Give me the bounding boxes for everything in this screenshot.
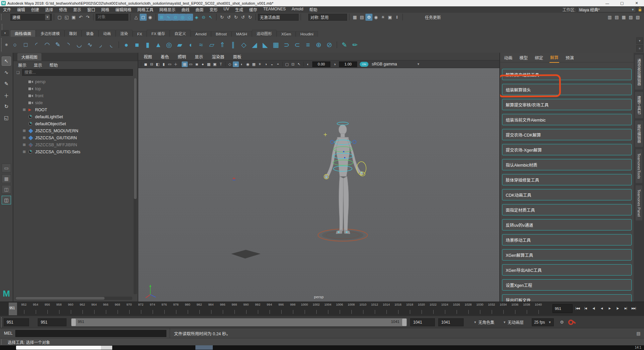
outliner-filter-icon[interactable]: ❏ — [15, 69, 21, 76]
expand-icon[interactable]: ⊞ — [23, 129, 28, 133]
snap-to-point-icon[interactable]: ⊙ — [172, 14, 179, 21]
nurbs-cylinder-icon[interactable]: ▮ — [143, 39, 153, 50]
menu-item[interactable]: 生成 — [232, 7, 246, 12]
close-button[interactable]: ✕ — [629, 0, 644, 6]
panel-side-tab[interactable]: 属性编辑器 — [635, 121, 643, 147]
expand-icon[interactable]: ⊞ — [23, 108, 28, 112]
open-scene-icon[interactable]: ◱ — [63, 14, 70, 21]
boundary-icon[interactable]: ◇ — [239, 39, 249, 50]
step-back-key-button[interactable]: |◀ — [582, 304, 589, 312]
loft-icon[interactable]: ≈ — [196, 39, 206, 50]
menu-item[interactable]: 选择 — [42, 7, 56, 12]
drag-grip[interactable] — [1, 339, 2, 345]
wireframe-icon[interactable]: ◇ — [227, 61, 233, 67]
exposure-icon[interactable]: ◐ — [305, 61, 311, 67]
toggle-outliner-icon[interactable]: ▨ — [627, 14, 634, 21]
select-component-icon[interactable]: ◉ — [147, 14, 154, 21]
shelf-tab[interactable]: Houdini — [296, 31, 318, 37]
outliner-item[interactable]: front — [13, 92, 133, 99]
tool-button[interactable]: 肢体穿插修复工具 — [502, 174, 632, 185]
outliner-persp-layout[interactable]: ◫ — [2, 196, 11, 204]
snap-to-projected-center-icon[interactable]: ◎ — [179, 14, 186, 21]
planar-icon[interactable]: ▱ — [207, 39, 217, 50]
gate-mask-icon[interactable]: ● — [200, 61, 206, 67]
list-history-icon[interactable]: ↻ — [247, 14, 254, 21]
render-current-frame-icon[interactable]: ▦ — [351, 14, 358, 21]
highlight-selection-icon[interactable]: ↖ — [207, 14, 214, 21]
two-pane-layout[interactable]: ◫ — [2, 185, 11, 194]
extrude-icon[interactable]: ⇑ — [217, 39, 227, 50]
select-hierarchy-icon[interactable]: △ — [133, 14, 140, 21]
attach-surfaces-icon[interactable]: ⊃ — [282, 39, 292, 50]
paint-effects-icon[interactable]: ✏ — [350, 39, 360, 50]
shelf-tab[interactable]: 运动图形 — [252, 30, 277, 37]
active-surface-field[interactable]: 无激活曲面 — [258, 14, 299, 21]
camera-icon[interactable]: ◼ — [143, 61, 149, 67]
character-set-dropdown[interactable]: ▼ 无角色集 — [474, 319, 494, 325]
bookmark-icon[interactable]: ▮ — [161, 61, 167, 67]
safe-action-icon[interactable]: ▣ — [212, 61, 218, 67]
menu-item[interactable]: 窗口 — [84, 7, 98, 12]
bezier-curve-tool-icon[interactable]: ∿ — [85, 39, 95, 50]
animation-preferences-icon[interactable]: ⚙ — [558, 319, 566, 326]
shelf-tab[interactable]: MASH — [231, 31, 252, 37]
outliner-item[interactable]: ⊞JSZCCSB_MFFJIBRN — [13, 141, 133, 148]
2d-pan-zoom-icon[interactable]: ＋ — [173, 61, 179, 67]
step-forward-frame-button[interactable]: |▶ — [614, 304, 621, 312]
lock-selection-icon[interactable]: ⊝ — [200, 14, 207, 21]
outliner-menu-item[interactable]: 帮助 — [49, 62, 58, 68]
outliner-tab[interactable]: 大纲视图 — [17, 53, 41, 61]
shelf-tab[interactable]: 渲染 — [116, 30, 133, 37]
undo-icon[interactable]: ↶ — [77, 14, 84, 21]
menu-item[interactable]: 修改 — [56, 7, 70, 12]
menu-item[interactable]: 曲线 — [178, 7, 192, 12]
select-object-icon[interactable]: ◻ — [140, 14, 147, 21]
shelf-tab[interactable]: 自定义 — [170, 30, 191, 37]
outliner-search-input[interactable] — [22, 69, 133, 76]
toggle-tool-settings-icon[interactable]: ▦ — [620, 14, 627, 21]
menu-item[interactable]: 网格工具 — [134, 7, 156, 12]
step-forward-key-button[interactable]: ▶| — [622, 304, 629, 312]
render-settings-icon[interactable]: ⚙ — [365, 14, 372, 21]
menu-item[interactable]: 网格 — [98, 7, 112, 12]
menu-item[interactable]: 缓存 — [246, 7, 260, 12]
interactive-render-icon[interactable]: ▣ — [386, 14, 393, 21]
task-update-button[interactable]: 任务更新 — [425, 14, 441, 20]
paint-select-tool[interactable]: ✎ — [2, 79, 11, 89]
menu-item[interactable]: Arnold — [289, 7, 306, 12]
shaded-icon[interactable]: ◈ — [233, 61, 239, 67]
shelf-tab[interactable]: FX — [133, 31, 147, 37]
field-chart-icon[interactable]: ▩ — [206, 61, 212, 67]
playback-start-field[interactable]: 951 — [38, 318, 66, 326]
safe-title-icon[interactable]: T — [218, 61, 224, 67]
animation-end-field[interactable]: 1041 — [438, 318, 464, 326]
viewport-menu-item[interactable]: 着色 — [161, 53, 169, 60]
shelf-tab[interactable]: FX 缓存 — [147, 30, 170, 37]
menu-item[interactable]: 曲面 — [192, 7, 206, 12]
rotate-tool[interactable]: ↻ — [2, 102, 11, 111]
project-curve-icon[interactable]: ⊕ — [314, 39, 324, 50]
outliner-item[interactable]: side — [13, 99, 133, 106]
new-scene-icon[interactable]: ▢ — [56, 14, 63, 21]
shelf-tab[interactable]: 动画 — [99, 30, 116, 37]
expand-icon[interactable]: ⊞ — [23, 136, 28, 140]
tool-button[interactable]: 解算提交审核/农场工具 — [502, 99, 632, 110]
tool-button[interactable]: 组装解算镜头 — [502, 84, 632, 95]
shelf-tab[interactable]: Bifrost — [211, 31, 231, 37]
outliner-horizontal-scrollbar[interactable] — [15, 297, 132, 300]
go-to-end-button[interactable]: ▶▶| — [630, 304, 637, 312]
three-point-arc-icon[interactable]: ◡ — [74, 39, 84, 50]
range-start-handle[interactable] — [71, 319, 76, 326]
viewport-menu-item[interactable]: 照明 — [178, 53, 186, 60]
outliner-menu-item[interactable]: 显示 — [34, 62, 42, 68]
lights-icon[interactable]: ☀ — [257, 61, 263, 67]
film-gate-icon[interactable]: ▭ — [188, 61, 194, 67]
outliner-item[interactable]: ⊞JSZCCSA_GIUTIG:Sets — [13, 148, 133, 155]
panel-side-tab[interactable]: 通道盒/层编辑器 — [635, 55, 643, 90]
rebuild-surface-icon[interactable]: ▦ — [271, 39, 281, 50]
maximize-button[interactable]: ▢ — [615, 0, 629, 6]
panel-tab[interactable]: 解算 — [549, 53, 559, 63]
range-slider[interactable]: 951 1041 — [71, 318, 407, 326]
viewport-menu-item[interactable]: 显示 — [195, 53, 203, 60]
light-editor-icon[interactable]: ☀ — [379, 14, 386, 21]
